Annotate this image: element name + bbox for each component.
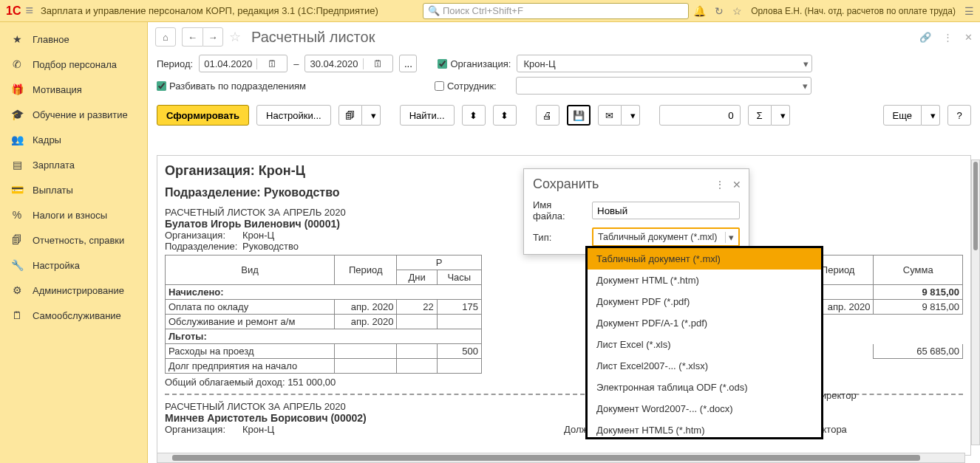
graduation-icon: 🎓 (10, 109, 24, 120)
variants-button[interactable]: 🗐 ▾ (338, 105, 381, 126)
dropdown-option[interactable]: Лист Excel2007-... (*.xlsx) (588, 355, 821, 377)
filetype-label: Тип: (533, 232, 585, 243)
clipboard-icon: 🗐 (10, 234, 24, 246)
filetype-dropdown: Табличный документ (*.mxl) Документ HTML… (585, 246, 823, 439)
chevron-down-icon: ▾ (803, 80, 808, 92)
gear-icon: ⚙ (10, 284, 24, 296)
printer-icon: 🖨 (542, 110, 552, 121)
more-button[interactable]: Еще ▾ (883, 105, 940, 126)
org-combo[interactable]: Крон-Ц ▾ (517, 55, 812, 72)
collapse-button[interactable]: ⬍ (493, 105, 517, 126)
dropdown-option[interactable]: Электронная таблица ODF (*.ods) (588, 377, 821, 398)
form-icon: 🗒 (10, 309, 24, 321)
slip-title: РАСЧЕТНЫЙ ЛИСТОК ЗА АПРЕЛЬ 2020 (165, 401, 963, 412)
save-button[interactable]: 💾 (567, 105, 591, 126)
calendar-icon[interactable]: 🗓 (256, 58, 287, 69)
search-icon: 🔍 (428, 5, 440, 16)
filetype-combo[interactable]: Табличный документ (*.mxl) ▾ (592, 227, 740, 247)
generate-button[interactable]: Сформировать (157, 105, 249, 126)
nav-settings[interactable]: 🔧Настройка (0, 253, 147, 278)
current-user-label[interactable]: Орлова Е.Н. (Нач. отд. расчетов по оплат… (751, 6, 956, 16)
dropdown-option[interactable]: Документ HTML5 (*.htm) (588, 419, 821, 439)
star-icon[interactable]: ☆ (732, 5, 742, 17)
find-button[interactable]: Найти... (400, 105, 455, 126)
more-vertical-icon[interactable]: ⋮ (715, 179, 725, 191)
bell-icon[interactable]: 🔔 (693, 5, 706, 17)
payslip-table: Вид Период Р Период Сумма Дни Часы Начис… (165, 255, 963, 374)
employee-combo[interactable]: ▾ (516, 77, 811, 95)
home-button[interactable]: ⌂ (155, 27, 176, 47)
mail-icon: ✉ (605, 110, 613, 121)
sum-button[interactable]: Σ ▾ (748, 105, 790, 126)
sidebar: ★Главное ✆Подбор персонала 🎁Мотивация 🎓О… (0, 22, 148, 463)
nav-salary[interactable]: ▤Зарплата (0, 152, 147, 177)
nav-motivation[interactable]: 🎁Мотивация (0, 77, 147, 102)
employee-name: Минчев Аристотель Борисович (00002) (165, 412, 963, 424)
split-by-dept-checkbox[interactable]: Разбивать по подразделениям (157, 80, 306, 92)
window-toolbar: ⌂ ← → ☆ Расчетный листок 🔗 ⋮ ✕ (148, 22, 980, 52)
nav-main[interactable]: ★Главное (0, 27, 147, 52)
expand-button[interactable]: ⬍ (462, 105, 486, 126)
main-menu-icon[interactable]: ≡ (25, 3, 33, 18)
dropdown-option[interactable]: Лист Excel (*.xls) (588, 334, 821, 355)
filename-label: Имя файла: (533, 199, 585, 222)
link-icon[interactable]: 🔗 (919, 32, 931, 43)
save-dialog: Сохранить ⋮ ✕ Имя файла: Тип: Табличный … (523, 168, 749, 255)
copy-icon: 🗐 (345, 110, 355, 121)
people-icon: 👥 (10, 134, 24, 145)
scrollbar-horizontal[interactable] (157, 453, 965, 463)
filename-input[interactable] (592, 202, 740, 219)
calendar-icon[interactable]: 🗓 (363, 58, 393, 69)
wallet-icon: 💳 (10, 184, 24, 196)
mail-button[interactable]: ✉ ▾ (598, 105, 640, 126)
nav-training[interactable]: 🎓Обучение и развитие (0, 102, 147, 127)
floppy-icon: 💾 (573, 110, 585, 121)
taxable-total: Общий облагаемый доход: 151 000,00 (165, 377, 963, 388)
chevron-down-icon: ▾ (803, 58, 809, 69)
filters-panel: Период: 01.04.2020 🗓 – 30.04.2020 🗓 ... … (148, 52, 980, 102)
settings-icon[interactable]: ☰ (964, 5, 974, 17)
more-vertical-icon[interactable]: ⋮ (943, 32, 953, 43)
topbar: 1С ≡ Зарплата и управление персоналом КО… (0, 0, 980, 22)
settings-button[interactable]: Настройки... (256, 105, 331, 126)
dropdown-option[interactable]: Документ HTML (*.htm) (588, 270, 821, 291)
nav-taxes[interactable]: %Налоги и взносы (0, 202, 147, 227)
percent-icon: % (10, 209, 24, 221)
logo-1c: 1С (6, 4, 21, 18)
close-tab-icon[interactable]: ✕ (964, 32, 973, 43)
date-to-input[interactable]: 30.04.2020 🗓 (304, 55, 393, 72)
nav-hr[interactable]: 👥Кадры (0, 127, 147, 152)
print-button[interactable]: 🖨 (536, 105, 559, 126)
forward-button[interactable]: → (203, 27, 223, 47)
scrollbar-vertical[interactable] (971, 160, 980, 445)
work-area: ⌂ ← → ☆ Расчетный листок 🔗 ⋮ ✕ Период: 0… (148, 22, 980, 463)
dropdown-option[interactable]: Документ PDF/A-1 (*.pdf) (588, 312, 821, 334)
nav-admin[interactable]: ⚙Администрирование (0, 278, 147, 303)
org-checkbox[interactable]: Организация: (438, 58, 511, 69)
close-icon[interactable]: ✕ (732, 179, 741, 191)
page-title: Расчетный листок (251, 29, 375, 46)
dialog-title: Сохранить (533, 176, 707, 192)
help-button[interactable]: ? (947, 105, 971, 126)
list-icon: ▤ (10, 159, 24, 171)
chevron-down-icon: ▾ (725, 232, 737, 243)
period-picker-button[interactable]: ... (399, 55, 417, 72)
back-button[interactable]: ← (182, 27, 203, 47)
star-icon: ★ (10, 33, 24, 45)
employee-checkbox[interactable]: Сотрудник: (435, 80, 497, 92)
nav-selfservice[interactable]: 🗒Самообслуживание (0, 303, 147, 328)
nav-reports[interactable]: 🗐Отчетность, справки (0, 227, 147, 253)
nav-recruit[interactable]: ✆Подбор персонала (0, 52, 147, 77)
dropdown-option[interactable]: Документ Word2007-... (*.docx) (588, 398, 821, 419)
number-input[interactable] (659, 105, 741, 126)
gift-icon: 🎁 (10, 83, 24, 95)
nav-payments[interactable]: 💳Выплаты (0, 177, 147, 202)
dropdown-option[interactable]: Документ PDF (*.pdf) (588, 291, 821, 312)
history-icon[interactable]: ↻ (715, 5, 724, 17)
app-title: Зарплата и управление персоналом КОРП, р… (41, 5, 378, 16)
favorite-toggle[interactable]: ☆ (229, 29, 241, 45)
date-from-input[interactable]: 01.04.2020 🗓 (199, 55, 287, 72)
dropdown-option[interactable]: Табличный документ (*.mxl) (588, 248, 821, 270)
topbar-actions: 🔔 ↻ ☆ Орлова Е.Н. (Нач. отд. расчетов по… (693, 5, 974, 17)
global-search-input[interactable]: 🔍 Поиск Ctrl+Shift+F (423, 3, 689, 19)
